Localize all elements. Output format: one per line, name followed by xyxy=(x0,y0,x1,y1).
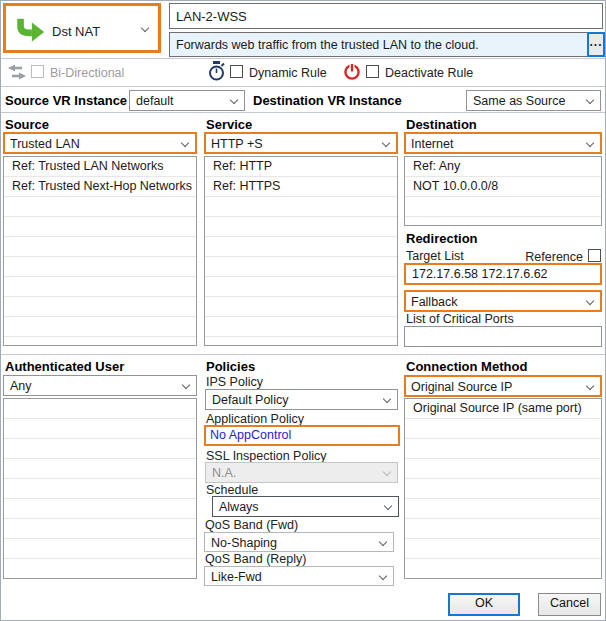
qos-band-reply-combobox[interactable]: Like-Fwd xyxy=(204,566,394,586)
source-vr-instance-combobox[interactable]: default xyxy=(129,90,245,111)
qos-band-reply-label: QoS Band (Reply) xyxy=(205,552,306,566)
authenticated-user-combobox[interactable]: Any xyxy=(3,375,197,396)
ok-button[interactable]: OK xyxy=(448,593,520,616)
ssl-inspection-combobox: N.A. xyxy=(205,462,398,483)
dynamic-rule-label: Dynamic Rule xyxy=(249,66,327,80)
destination-vr-instance-value: Same as Source xyxy=(473,94,565,108)
destination-list[interactable]: Ref: Any NOT 10.0.0.0/8 xyxy=(404,156,602,226)
authenticated-user-value: Any xyxy=(10,379,32,393)
chevron-down-icon xyxy=(182,381,190,389)
critical-ports-label: List of Critical Ports xyxy=(406,312,514,326)
connection-method-list[interactable]: Original Source IP (same port) xyxy=(404,398,602,579)
deactivate-rule-label: Deactivate Rule xyxy=(385,66,473,80)
destination-vr-instance-combobox[interactable]: Same as Source xyxy=(466,90,601,111)
list-item[interactable]: Ref: Trusted Next-Hop Networks xyxy=(4,177,196,197)
connection-method-header: Connection Method xyxy=(406,359,527,374)
redirection-header: Redirection xyxy=(406,231,478,246)
ips-policy-combobox[interactable]: Default Policy xyxy=(205,389,398,410)
application-policy-link[interactable]: No AppControl xyxy=(204,425,400,446)
schedule-combobox[interactable]: Always xyxy=(212,496,399,517)
chevron-down-icon xyxy=(141,24,149,32)
critical-ports-input[interactable] xyxy=(404,326,602,347)
list-item[interactable]: Ref: Trusted LAN Networks xyxy=(4,157,196,177)
reference-label: Reference xyxy=(521,250,583,264)
service-combobox[interactable]: HTTP +S xyxy=(204,132,398,154)
stopwatch-icon xyxy=(207,60,226,85)
description-more-button[interactable]: ... xyxy=(587,32,605,57)
chevron-down-icon xyxy=(586,382,594,390)
connection-method-combobox[interactable]: Original Source IP xyxy=(404,375,602,397)
service-list[interactable]: Ref: HTTP Ref: HTTPS xyxy=(204,156,398,346)
target-list-input[interactable] xyxy=(404,263,602,285)
qos-band-fwd-combobox[interactable]: No-Shaping xyxy=(204,532,394,552)
list-item[interactable]: Ref: Any xyxy=(405,157,601,177)
fallback-combobox[interactable]: Fallback xyxy=(404,290,602,312)
schedule-value: Always xyxy=(219,500,259,514)
service-header: Service xyxy=(206,117,252,132)
destination-combobox[interactable]: Internet xyxy=(404,132,602,154)
destination-selected-value: Internet xyxy=(411,137,453,151)
application-policy-label: Application Policy xyxy=(206,412,304,426)
chevron-down-icon xyxy=(586,297,594,305)
list-item[interactable]: Ref: HTTPS xyxy=(205,177,397,197)
list-item[interactable]: Original Source IP (same port) xyxy=(405,399,601,419)
source-combobox[interactable]: Trusted LAN xyxy=(3,132,197,154)
dynamic-rule-checkbox[interactable] xyxy=(230,65,243,78)
ips-policy-label: IPS Policy xyxy=(206,375,263,389)
bidirectional-label: Bi-Directional xyxy=(50,66,124,80)
authenticated-user-header: Authenticated User xyxy=(5,359,124,374)
deactivate-power-icon xyxy=(343,62,361,84)
connection-method-value: Original Source IP xyxy=(411,380,512,394)
rule-type-label: Dst NAT xyxy=(52,24,100,39)
source-header: Source xyxy=(5,117,49,132)
target-list-label: Target List xyxy=(406,249,464,263)
source-vr-instance-value: default xyxy=(136,94,174,108)
chevron-down-icon xyxy=(384,502,392,510)
schedule-label: Schedule xyxy=(206,483,258,497)
bidirectional-checkbox[interactable] xyxy=(31,65,44,78)
ssl-inspection-policy-label: SSL Inspection Policy xyxy=(206,449,326,463)
dst-nat-arrow-icon xyxy=(13,16,47,49)
chevron-down-icon xyxy=(230,96,238,104)
qos-band-fwd-value: No-Shaping xyxy=(211,536,277,550)
reference-checkbox[interactable] xyxy=(588,249,601,262)
bidirectional-arrows-icon xyxy=(6,64,28,83)
nat-rule-properties-dialog: Dst NAT ... Bi-Directional Dynamic Rule xyxy=(0,0,606,621)
list-item[interactable]: Ref: HTTP xyxy=(205,157,397,177)
service-selected-value: HTTP +S xyxy=(211,137,263,151)
authenticated-user-list[interactable] xyxy=(3,398,197,579)
qos-band-fwd-label: QoS Band (Fwd) xyxy=(205,518,298,532)
chevron-down-icon xyxy=(586,96,594,104)
source-selected-value: Trusted LAN xyxy=(10,137,80,151)
chevron-down-icon xyxy=(383,468,391,476)
destination-header: Destination xyxy=(406,117,477,132)
source-vr-instance-label: Source VR Instance xyxy=(5,93,127,108)
chevron-down-icon xyxy=(586,139,594,147)
qos-band-reply-value: Like-Fwd xyxy=(211,570,262,584)
fallback-selected-value: Fallback xyxy=(411,295,458,309)
chevron-down-icon xyxy=(379,572,387,580)
policies-header: Policies xyxy=(206,359,255,374)
chevron-down-icon xyxy=(383,395,391,403)
rule-name-input[interactable] xyxy=(169,3,603,29)
ips-policy-value: Default Policy xyxy=(212,393,288,407)
chevron-down-icon xyxy=(181,139,189,147)
deactivate-rule-checkbox[interactable] xyxy=(366,65,379,78)
destination-vr-instance-label: Destination VR Instance xyxy=(253,93,402,108)
list-item[interactable]: NOT 10.0.0.0/8 xyxy=(405,177,601,197)
rule-description-input[interactable] xyxy=(169,32,588,57)
rule-type-combobox[interactable]: Dst NAT xyxy=(3,3,161,53)
cancel-button[interactable]: Cancel xyxy=(538,593,601,616)
ssl-inspection-value: N.A. xyxy=(212,466,236,480)
chevron-down-icon xyxy=(382,139,390,147)
source-list[interactable]: Ref: Trusted LAN Networks Ref: Trusted N… xyxy=(3,156,197,346)
chevron-down-icon xyxy=(379,538,387,546)
